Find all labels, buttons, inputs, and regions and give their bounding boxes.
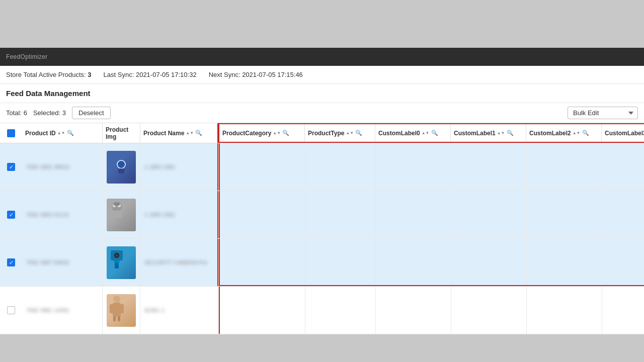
sort-icon-product-name[interactable]: ▲▼ <box>186 131 194 135</box>
bottom-gray-bar <box>0 334 644 349</box>
row1-checkbox-cell[interactable] <box>0 163 22 171</box>
row3-img-sim <box>107 246 136 279</box>
toolbar: Total: 6 Selected: 3 Deselect Bulk Edit <box>0 103 644 123</box>
content-area: Store Total Active Products: 3 Last Sync… <box>0 66 644 334</box>
row1-product-id: 7082 3981 38910 <box>22 143 103 191</box>
page-title: Feed Data Management <box>6 89 91 98</box>
row1-product-img-thumb <box>107 151 136 184</box>
row3-custom-label2 <box>527 239 602 285</box>
sort-icon-custom-label2[interactable]: ▲▼ <box>573 131 581 135</box>
search-icon-product-category[interactable]: 🔍 <box>282 130 289 136</box>
top-gray-bar <box>0 0 644 48</box>
row3-product-type <box>305 239 376 285</box>
row2-product-id: 7082 3983 41121 <box>22 191 103 238</box>
row1-img-sim <box>107 151 136 184</box>
row2-product-img <box>103 191 140 238</box>
last-sync-label: Last Sync: 2021-07-05 17:10:32 <box>104 71 197 78</box>
row3-checkbox-cell[interactable] <box>0 258 22 266</box>
deselect-button[interactable]: Deselect <box>72 107 111 119</box>
row3-right <box>219 239 644 286</box>
app-title: FeedOptimizer <box>6 53 48 60</box>
th-product-type-label: ProductType <box>308 130 344 137</box>
sort-icon-custom-label0[interactable]: ▲▼ <box>422 131 430 135</box>
row3-product-category <box>220 239 305 285</box>
selected-label: Selected: 3 <box>33 109 66 117</box>
th-product-id: Product ID ▲▼ 🔍 <box>22 123 103 143</box>
svg-rect-1 <box>118 168 124 173</box>
next-sync-label: Next Sync: 2021-07-05 17:15:46 <box>209 71 303 78</box>
row4-checkbox[interactable] <box>7 306 15 314</box>
row2-checkbox-cell[interactable] <box>0 211 22 219</box>
row1-right <box>219 143 644 191</box>
search-icon-custom-label1[interactable]: 🔍 <box>507 130 514 136</box>
bulk-edit-select[interactable]: Bulk Edit <box>568 107 638 119</box>
th-custom-label2-label: CustomLabel2 <box>529 130 571 137</box>
svg-rect-17 <box>118 316 120 321</box>
row2-right <box>219 191 644 238</box>
search-icon-custom-label2[interactable]: 🔍 <box>582 130 589 136</box>
sort-icon-product-category[interactable]: ▲▼ <box>273 131 281 135</box>
row4-custom-label3 <box>602 287 644 334</box>
row3-checkbox[interactable] <box>7 258 15 266</box>
row4-img-sim <box>107 294 136 327</box>
th-product-type: ProductType ▲▼ 🔍 <box>305 124 375 142</box>
store-total-label: Store Total Active Products: 3 <box>6 71 92 78</box>
svg-rect-10 <box>114 260 120 262</box>
row4-product-id: 7082 3981 14391 <box>22 287 103 334</box>
row1-product-img <box>103 143 140 191</box>
row3-custom-label3 <box>602 239 644 285</box>
table-row: 7082 3987 94832 <box>0 239 644 287</box>
total-label: Total: 6 <box>6 109 27 117</box>
row1-left: 7082 3981 38910 1 1883 1981 <box>0 143 219 191</box>
row1-checkbox[interactable] <box>7 163 15 171</box>
row1-product-type <box>305 143 376 191</box>
th-product-category-label: ProductCategory <box>222 130 271 137</box>
sort-icon-product-type[interactable]: ▲▼ <box>346 131 354 135</box>
row4-product-type <box>305 287 376 334</box>
search-icon-custom-label0[interactable]: 🔍 <box>431 130 438 136</box>
select-all-checkbox-icon[interactable] <box>7 129 15 137</box>
search-icon-product-type[interactable]: 🔍 <box>355 130 362 136</box>
header-bar: FeedOptimizer <box>0 48 644 66</box>
row2-product-name: 1 1883 1981 <box>140 191 218 238</box>
table-row: 7082 3981 14391 <box>0 287 644 334</box>
th-product-img-label: Product Img <box>106 126 137 140</box>
select-all-header[interactable] <box>0 129 22 137</box>
th-custom-label0: CustomLabel0 ▲▼ 🔍 <box>375 124 451 142</box>
row4-checkbox-cell[interactable] <box>0 306 22 314</box>
row1-custom-label0 <box>376 143 451 191</box>
svg-point-12 <box>113 296 120 303</box>
store-total-value: 3 <box>88 71 91 78</box>
row2-custom-label2 <box>527 191 602 238</box>
th-custom-label1-label: CustomLabel1 <box>454 130 496 137</box>
search-icon-product-id[interactable]: 🔍 <box>67 130 74 136</box>
th-product-category: ProductCategory ▲▼ 🔍 <box>219 124 305 142</box>
row2-custom-label1 <box>451 191 527 238</box>
row4-custom-label2 <box>527 287 602 334</box>
row4-product-img <box>103 287 140 334</box>
row1-product-name: 1 1883 1981 <box>140 143 218 191</box>
svg-rect-15 <box>120 304 124 313</box>
svg-point-9 <box>115 254 118 257</box>
svg-point-0 <box>117 160 125 168</box>
row1-custom-label2 <box>527 143 602 191</box>
th-product-name: Product Name ▲▼ 🔍 <box>140 123 218 143</box>
svg-rect-6 <box>114 203 120 206</box>
th-product-name-label: Product Name <box>143 130 184 137</box>
sort-icon-product-id[interactable]: ▲▼ <box>57 131 65 135</box>
row2-checkbox[interactable] <box>7 211 15 219</box>
sort-icon-custom-label1[interactable]: ▲▼ <box>497 131 505 135</box>
table-row: 7082 3981 38910 1 1883 1981 <box>0 143 644 191</box>
row3-product-name: SECURITY CAMERA Pro <box>140 239 218 286</box>
search-icon-product-name[interactable]: 🔍 <box>195 130 202 136</box>
svg-rect-16 <box>113 316 116 321</box>
row3-product-img <box>103 239 140 286</box>
sync-bar: Store Total Active Products: 3 Last Sync… <box>0 66 644 84</box>
row2-product-type <box>305 191 376 238</box>
row2-custom-label0 <box>376 191 451 238</box>
row3-custom-label0 <box>376 239 451 285</box>
row3-product-img-thumb <box>107 246 136 279</box>
svg-rect-14 <box>110 304 114 313</box>
row4-product-img-thumb <box>107 294 136 327</box>
svg-rect-13 <box>113 303 121 317</box>
